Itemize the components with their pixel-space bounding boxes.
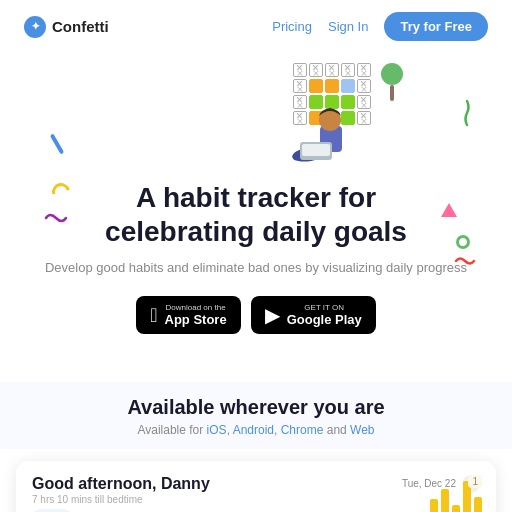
nav-actions: Pricing Sign In Try for Free [272,12,488,41]
hero-illustration: × × × × × × × × × × [24,53,488,173]
google-play-top-text: GET IT ON [287,303,362,312]
app-store-top-text: Download on the [165,303,227,312]
pricing-link[interactable]: Pricing [272,19,312,34]
chrome-link[interactable]: Chrome [281,423,324,437]
deco-purple-squiggle [44,211,68,223]
bar-3 [452,505,460,512]
hero-headline: A habit tracker for celebrating daily go… [24,181,488,248]
available-sub: Available for iOS, Android, Chrome and W… [24,423,488,437]
dashboard-sub: 7 hrs 10 mins till bedtime [32,494,210,505]
available-section: Available wherever you are Available for… [0,382,512,449]
chart-value: 1 [468,475,482,488]
signin-link[interactable]: Sign In [328,19,368,34]
dashboard-greeting: Good afternoon, Danny [32,475,210,493]
deco-pink-triangle [441,203,457,217]
deco-green-circle [456,235,470,249]
dashboard-header: Good afternoon, Danny 7 hrs 10 mins till… [32,475,480,505]
hero-section: × × × × × × × × × × [0,53,512,382]
hero-subtext: Develop good habits and eliminate bad on… [24,258,488,278]
web-link[interactable]: Web [350,423,374,437]
logo-icon: ✦ [24,16,46,38]
dashboard-preview: Good afternoon, Danny 7 hrs 10 mins till… [16,461,496,512]
navbar: ✦ Confetti Pricing Sign In Try for Free [0,0,512,53]
app-store-badge[interactable]:  Download on the App Store [136,296,240,334]
logo: ✦ Confetti [24,16,109,38]
bar-5 [474,497,482,512]
download-badges:  Download on the App Store ▶ GET IT ON … [24,296,488,334]
google-play-icon: ▶ [265,305,280,325]
deco-red-squiggle [454,253,476,263]
logo-text: Confetti [52,18,109,35]
mini-chart: 1 [430,475,482,512]
google-play-badge[interactable]: ▶ GET IT ON Google Play [251,296,376,334]
google-play-main-text: Google Play [287,312,362,327]
bar-2 [441,489,449,512]
ios-link[interactable]: iOS [207,423,227,437]
tree [381,63,403,101]
apple-icon:  [150,305,157,325]
app-store-main-text: App Store [165,312,227,327]
svg-rect-4 [302,144,330,156]
available-heading: Available wherever you are [24,396,488,419]
try-free-button[interactable]: Try for Free [384,12,488,41]
android-link[interactable]: Android [233,423,274,437]
person-figure [292,96,372,169]
bar-1 [430,499,438,512]
